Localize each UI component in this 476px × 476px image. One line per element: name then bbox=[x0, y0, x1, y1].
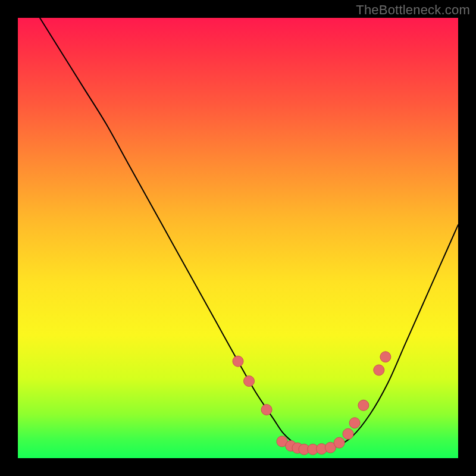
chart-stage: TheBottleneck.com bbox=[0, 0, 476, 476]
curve-marker bbox=[349, 418, 360, 428]
curve-marker bbox=[380, 352, 391, 362]
curve-overlay bbox=[18, 18, 458, 458]
curve-marker bbox=[261, 405, 272, 415]
curve-marker bbox=[374, 365, 384, 375]
curve-marker bbox=[233, 356, 243, 367]
curve-marker bbox=[343, 428, 353, 439]
plot-area bbox=[18, 18, 458, 458]
curve-markers bbox=[233, 352, 391, 455]
curve-marker bbox=[244, 376, 255, 387]
curve-marker bbox=[358, 400, 369, 411]
curve-marker bbox=[334, 437, 345, 448]
watermark-text: TheBottleneck.com bbox=[356, 2, 470, 18]
